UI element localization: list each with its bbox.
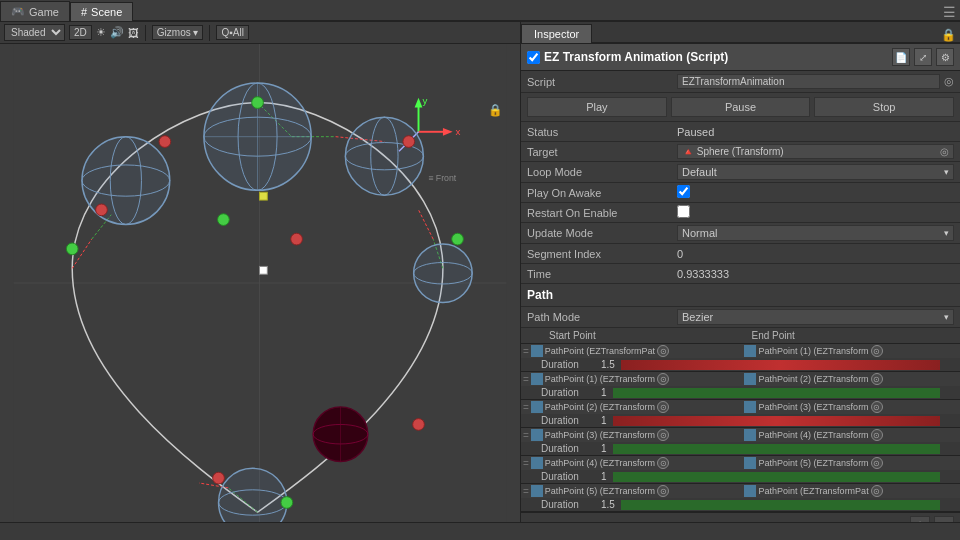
script-target-icon[interactable]: ◎ [944,75,954,88]
start-cell-dot-2[interactable]: ⊙ [657,401,669,413]
image-icon[interactable]: 🖼 [128,27,139,39]
prop-label-1: Target [527,146,677,158]
path-mode-dropdown[interactable]: Bezier [677,309,954,325]
prop-value-4[interactable] [677,205,690,220]
end-cell-icon-3 [744,429,756,441]
inspector-lock-icon[interactable]: 🔒 [941,28,956,42]
path-row-group-2: = PathPoint (2) (EZTransform ⊙ PathPoint… [521,400,960,428]
svg-rect-54 [260,192,268,200]
2d-button[interactable]: 2D [69,25,92,40]
duration-value-0: 1.5 [601,359,615,370]
drag-handle-0[interactable]: = [523,346,529,357]
start-cell-5: PathPoint (5) (EZTransform ⊙ [531,485,745,497]
checkbox-3[interactable] [677,185,690,198]
end-cell-icon-0 [744,345,756,357]
prop-value-5[interactable]: Normal [677,225,954,241]
prop-label-7: Time [527,268,677,280]
component-icon-btn-2[interactable]: ⤢ [914,48,932,66]
tab-game[interactable]: 🎮 Game [0,1,70,21]
component-settings-btn[interactable]: ⚙ [936,48,954,66]
start-cell-dot-5[interactable]: ⊙ [657,485,669,497]
end-cell-dot-1[interactable]: ⊙ [871,373,883,385]
light-icon[interactable]: ☀ [96,26,106,39]
drag-handle-3[interactable]: = [523,430,529,441]
object-target-btn-1[interactable]: ◎ [940,146,949,157]
tab-inspector[interactable]: Inspector [521,24,592,43]
end-cell-dot-5[interactable]: ⊙ [871,485,883,497]
prop-value-2[interactable]: Default [677,164,954,180]
game-tab-icon: 🎮 [11,5,25,18]
prop-label-0: Status [527,126,677,138]
svg-text:🔒: 🔒 [488,103,503,117]
start-cell-dot-4[interactable]: ⊙ [657,457,669,469]
duration-row-5: Duration1.5 [521,498,960,511]
anim-bar-3 [613,444,940,454]
svg-rect-55 [260,266,268,274]
anim-bar-1 [613,388,940,398]
end-cell-dot-3[interactable]: ⊙ [871,429,883,441]
toolbar-separator [145,25,146,41]
start-cell-dot-1[interactable]: ⊙ [657,373,669,385]
path-row-2: = PathPoint (2) (EZTransform ⊙ PathPoint… [521,400,960,414]
start-cell-dot-3[interactable]: ⊙ [657,429,669,441]
duration-value-4: 1 [601,471,607,482]
drag-handle-5[interactable]: = [523,486,529,497]
inspector-content: EZ Transform Animation (Script) 📄 ⤢ ⚙ Sc… [521,44,960,522]
svg-point-36 [414,244,473,303]
path-row-5: = PathPoint (5) (EZTransform ⊙ PathPoint… [521,484,960,498]
collapse-icon[interactable]: ☰ [943,4,956,20]
prop-row-1: Target🔺 Sphere (Transform)◎ [521,142,960,162]
drag-handle-1[interactable]: = [523,374,529,385]
svg-point-50 [96,204,108,216]
drag-handle-2[interactable]: = [523,402,529,413]
search-button[interactable]: Q▪All [216,25,248,40]
start-cell-dot-0[interactable]: ⊙ [657,345,669,357]
component-enabled-checkbox[interactable] [527,51,540,64]
audio-icon[interactable]: 🔊 [110,26,124,39]
tab-scene[interactable]: # Scene [70,2,133,21]
gizmos-button[interactable]: Gizmos ▾ [152,25,204,40]
play-button[interactable]: Play [527,97,667,117]
end-cell-text-4: PathPoint (5) (EZTransform [758,458,868,468]
main-area: Shaded 2D ☀ 🔊 🖼 Gizmos ▾ Q▪All [0,22,960,522]
svg-point-53 [213,472,225,484]
anim-bar-4 [613,472,940,482]
shading-dropdown[interactable]: Shaded [4,24,65,41]
svg-point-29 [82,137,170,225]
prop-value-1: 🔺 Sphere (Transform)◎ [677,144,954,159]
svg-point-33 [345,117,423,195]
path-row-0: = PathPoint (EZTransformPat ⊙ PathPoint … [521,344,960,358]
end-cell-dot-0[interactable]: ⊙ [871,345,883,357]
start-cell-icon-5 [531,485,543,497]
drag-handle-4[interactable]: = [523,458,529,469]
prop-row-7: Time0.9333333 [521,264,960,284]
prop-row-3: Play On Awake [521,183,960,203]
component-icon-btn-1[interactable]: 📄 [892,48,910,66]
prop-value-3[interactable] [677,185,690,200]
component-header: EZ Transform Animation (Script) 📄 ⤢ ⚙ [521,44,960,71]
stop-button[interactable]: Stop [814,97,954,117]
pause-button[interactable]: Pause [671,97,811,117]
path-title: Path [527,288,553,302]
checkbox-4[interactable] [677,205,690,218]
toolbar-separator-2 [209,25,210,41]
duration-row-3: Duration1 [521,442,960,455]
end-cell-text-2: PathPoint (3) (EZTransform [758,402,868,412]
svg-point-44 [218,214,230,226]
col-start-point: Start Point [549,330,752,341]
start-cell-text-5: PathPoint (5) (EZTransform [545,486,655,496]
path-row-group-4: = PathPoint (4) (EZTransform ⊙ PathPoint… [521,456,960,484]
duration-value-3: 1 [601,443,607,454]
duration-value-1: 1 [601,387,607,398]
end-cell-dot-2[interactable]: ⊙ [871,401,883,413]
end-cell-dot-4[interactable]: ⊙ [871,457,883,469]
anim-bar-2 [613,416,940,426]
scene-tab-icon: # [81,6,87,18]
path-mode-label: Path Mode [527,311,677,323]
status-bar [0,522,960,540]
scene-toolbar: Shaded 2D ☀ 🔊 🖼 Gizmos ▾ Q▪All [0,22,520,44]
svg-point-47 [281,497,293,509]
start-cell-icon-4 [531,457,543,469]
duration-value-2: 1 [601,415,607,426]
script-row: Script EZTransformAnimation ◎ [521,71,960,93]
